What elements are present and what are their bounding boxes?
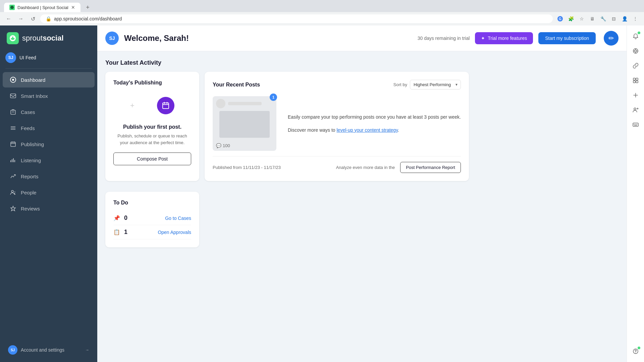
reviews-icon <box>9 205 17 212</box>
svg-rect-11 <box>11 142 15 146</box>
svg-point-0 <box>10 6 14 9</box>
sidebar-item-reviews-label: Reviews <box>21 206 40 212</box>
publish-first-title: Publish your first post. <box>113 124 191 130</box>
sidebar-divider <box>5 68 92 69</box>
svg-point-37 <box>634 108 636 110</box>
svg-rect-40 <box>633 123 638 126</box>
sidebar-item-people-label: People <box>21 190 37 195</box>
sidebar-item-feeds[interactable]: Feeds <box>3 120 95 136</box>
address-bar-row: ← → ↺ 🔒 app.sproutsocial.com/dashboard G… <box>0 12 644 25</box>
content-area: Your Latest Activity Today's Publishing … <box>97 51 627 362</box>
posts-text-area: Easily compare your top performing posts… <box>288 113 461 134</box>
analytics-btn[interactable] <box>629 44 642 58</box>
post-placeholder: 1 💬 <box>213 96 280 151</box>
sort-select[interactable]: Highest Performing <box>410 80 461 89</box>
sidebar-item-reports[interactable]: Reports <box>3 169 95 184</box>
refresh-btn[interactable]: ↺ <box>28 14 38 23</box>
computer-btn[interactable]: 🖥 <box>588 14 597 23</box>
sparkle-icon: ✦ <box>481 36 485 41</box>
title-bar: Dashboard | Sprout Social ✕ + <box>0 0 644 12</box>
discover-suffix: . <box>398 127 399 133</box>
compose-post-btn[interactable]: Compose Post <box>113 153 191 165</box>
add-btn[interactable] <box>629 88 642 102</box>
dashboard-icon <box>9 76 17 83</box>
todo-approval-icon: 📋 <box>113 229 120 235</box>
extensions-btn[interactable]: 🧩 <box>566 14 576 23</box>
sidebar-item-cases-label: Cases <box>21 109 35 115</box>
back-btn[interactable]: ← <box>4 14 13 23</box>
address-bar[interactable]: 🔒 app.sproutsocial.com/dashboard <box>40 14 553 23</box>
google-icon[interactable]: G <box>555 14 565 23</box>
post-performance-report-btn[interactable]: Post Performance Report <box>400 162 461 173</box>
sidebar-item-reviews[interactable]: Reviews <box>3 201 95 216</box>
url-text: app.sproutsocial.com/dashboard <box>54 16 547 21</box>
svg-text:G: G <box>559 17 561 21</box>
svg-point-19 <box>11 190 13 192</box>
trial-features-btn[interactable]: ✦ Trial more features <box>475 32 533 44</box>
new-tab-btn[interactable]: + <box>83 3 93 12</box>
start-subscription-btn[interactable]: Start my subscription <box>538 32 596 44</box>
add-person-btn[interactable] <box>629 103 642 117</box>
profile-feed-label: UI Feed <box>19 55 36 60</box>
compose-circle-btn[interactable]: ✏ <box>604 31 619 46</box>
svg-marker-20 <box>11 206 15 211</box>
analyze-text: Analyze even more data in the <box>336 165 395 170</box>
main-content: SJ Welcome, Sarah! 30 days remaining in … <box>97 25 627 362</box>
logo-text: sproutsocial <box>22 34 64 43</box>
feeds-icon <box>9 124 17 132</box>
layout-btn[interactable]: ⊟ <box>609 14 619 23</box>
discover-text: Discover more ways to level-up your cont… <box>288 126 461 134</box>
bookmark-btn[interactable]: ☆ <box>577 14 586 23</box>
post-header-row <box>213 96 276 111</box>
todo-pin-icon: 📌 <box>113 215 120 221</box>
sidebar-profile-row: SJ UI Feed <box>0 50 97 68</box>
svg-rect-5 <box>10 94 16 98</box>
browser-tab[interactable]: Dashboard | Sprout Social ✕ <box>4 3 80 12</box>
publishing-card-title: Today's Publishing <box>113 80 191 86</box>
menu-btn[interactable]: ⋮ <box>631 14 640 23</box>
posts-footer: Published from 11/11/23 - 11/17/23 Analy… <box>213 156 461 173</box>
sidebar-item-listening-label: Listening <box>21 158 41 163</box>
svg-rect-31 <box>633 78 635 80</box>
cases-icon <box>9 108 17 116</box>
publishing-icon <box>9 140 17 148</box>
sidebar-item-people[interactable]: People <box>3 185 95 200</box>
grid-btn[interactable] <box>629 74 642 87</box>
svg-point-47 <box>635 353 636 353</box>
todo-card: To Do 📌 0 Go to Cases 📋 1 Open Approvals <box>105 192 199 247</box>
go-to-cases-link[interactable]: Go to Cases <box>165 216 191 221</box>
right-sidebar-bottom <box>629 345 642 358</box>
keyboard-btn[interactable] <box>629 118 642 131</box>
app: sproutsocial SJ UI Feed Dashboard Smart … <box>0 25 644 362</box>
post-avatar <box>216 99 225 108</box>
sidebar-item-smart-inbox[interactable]: Smart Inbox <box>3 88 95 104</box>
recent-posts-title: Your Recent Posts <box>213 82 393 88</box>
forward-btn[interactable]: → <box>16 14 25 23</box>
account-settings-item[interactable]: SJ Account and settings → <box>4 342 93 358</box>
recent-posts-header: Your Recent Posts Sort by Highest Perfor… <box>213 80 461 89</box>
tab-close-btn[interactable]: ✕ <box>71 5 75 10</box>
post-name-bar <box>228 102 262 105</box>
sidebar-nav: Dashboard Smart Inbox Cases Feeds <box>0 71 97 217</box>
discover-link[interactable]: level-up your content strategy <box>336 127 398 133</box>
svg-point-26 <box>635 50 637 52</box>
todo-title: To Do <box>113 200 191 206</box>
account-settings-label: Account and settings <box>21 347 64 353</box>
account-btn[interactable]: 👤 <box>620 14 629 23</box>
help-btn[interactable] <box>629 345 642 358</box>
notifications-btn[interactable] <box>629 29 642 43</box>
open-approvals-link[interactable]: Open Approvals <box>158 230 191 235</box>
sidebar-item-cases[interactable]: Cases <box>3 104 95 120</box>
sidebar-item-publishing-label: Publishing <box>21 141 44 147</box>
todo-row: To Do 📌 0 Go to Cases 📋 1 Open Approvals <box>105 186 469 247</box>
puzzle-btn[interactable]: 🔧 <box>598 14 608 23</box>
tab-favicon <box>9 5 15 10</box>
published-range: Published from 11/11/23 - 11/17/23 <box>213 165 331 170</box>
sidebar-item-listening[interactable]: Listening <box>3 153 95 168</box>
profile-avatar: SJ <box>5 52 16 63</box>
svg-rect-21 <box>163 103 169 109</box>
link-btn[interactable] <box>629 59 642 72</box>
lock-icon: 🔒 <box>46 16 51 21</box>
sidebar-item-publishing[interactable]: Publishing <box>3 136 95 152</box>
sidebar-item-dashboard[interactable]: Dashboard <box>3 72 95 87</box>
